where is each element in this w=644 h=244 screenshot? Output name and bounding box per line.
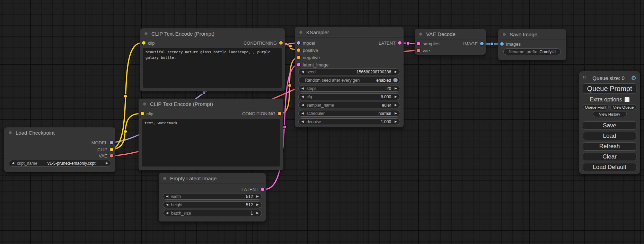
widget-right-arrow-icon[interactable]: ▶ xyxy=(395,70,397,73)
node-save-image[interactable]: Save Image images filename_prefix ComfyU… xyxy=(498,29,566,60)
widget-left-arrow-icon[interactable]: ◀ xyxy=(301,70,304,73)
input-slot-samples[interactable] xyxy=(417,42,420,45)
output-slot-latent[interactable] xyxy=(261,188,264,191)
queue-panel: ⠿ Queue size: 0 ⚙ Queue Prompt Extra opt… xyxy=(579,71,640,174)
widget-batch-size[interactable]: ◀ batch_size 1 ▶ xyxy=(163,210,262,216)
collapse-dot-icon[interactable] xyxy=(143,102,147,106)
widget-denoise[interactable]: ◀ denoise 1.000 ▶ xyxy=(298,118,400,125)
input-slot-negative[interactable] xyxy=(297,56,300,59)
widget-left-arrow-icon[interactable]: ◀ xyxy=(12,162,14,165)
widget-label: scheduler xyxy=(307,111,378,116)
view-queue-button[interactable]: View Queue xyxy=(610,104,636,110)
output-slot-clip[interactable] xyxy=(110,148,113,151)
load-button[interactable]: Load xyxy=(583,132,636,140)
wire-midpoint-dot xyxy=(406,42,410,45)
node-title-bar[interactable]: Save Image xyxy=(498,29,566,40)
node-title: Load Checkpoint xyxy=(16,130,55,136)
input-slot-model[interactable] xyxy=(297,41,300,45)
node-clip-text-encode-positive[interactable]: CLIP Text Encode (Prompt) clip CONDITION… xyxy=(140,28,285,91)
widget-right-arrow-icon[interactable]: ▶ xyxy=(256,195,259,198)
node-title-bar[interactable]: Load Checkpoint xyxy=(4,127,115,138)
widget-value: euler xyxy=(382,103,391,108)
collapse-dot-icon[interactable] xyxy=(144,32,148,36)
input-label-model: model xyxy=(303,40,315,46)
output-slot-conditioning[interactable] xyxy=(279,41,283,45)
node-empty-latent-image[interactable]: Empty Latent Image LATENT ◀ width 512 ▶ … xyxy=(159,173,266,222)
node-clip-text-encode-negative[interactable]: CLIP Text Encode (Prompt) clip CONDITION… xyxy=(139,99,283,170)
widget-left-arrow-icon[interactable]: ◀ xyxy=(301,120,304,123)
widget-filename-prefix[interactable]: filename_prefix ComfyUI xyxy=(503,48,561,55)
widget-right-arrow-icon[interactable]: ▶ xyxy=(395,95,397,98)
extra-options-checkbox[interactable] xyxy=(625,97,629,102)
output-slot-model[interactable] xyxy=(110,141,113,144)
widget-cfg[interactable]: ◀ cfg 8.000 ▶ xyxy=(298,93,400,100)
node-graph-canvas[interactable]: Load Checkpoint MODEL CLIP VAE ◀ ckpt_na… xyxy=(0,0,644,244)
drag-handle-icon[interactable]: ⠿ xyxy=(583,75,586,81)
widget-right-arrow-icon[interactable]: ▶ xyxy=(256,203,259,206)
node-title: Empty Latent Image xyxy=(170,175,217,181)
widget-right-arrow-icon[interactable]: ▶ xyxy=(395,103,397,107)
widget-seed[interactable]: ◀ seed 156680208700286 ▶ xyxy=(298,69,400,75)
toggle-enabled-icon[interactable] xyxy=(393,78,398,82)
widget-right-arrow-icon[interactable]: ▶ xyxy=(256,211,259,215)
widget-left-arrow-icon[interactable]: ◀ xyxy=(301,87,304,90)
node-title-bar[interactable]: Empty Latent Image xyxy=(159,173,266,184)
input-slot-latent-image[interactable] xyxy=(297,63,300,66)
output-slot-conditioning[interactable] xyxy=(278,112,281,115)
queue-prompt-button[interactable]: Queue Prompt xyxy=(583,83,636,94)
widget-scheduler[interactable]: ◀ scheduler normal ▶ xyxy=(298,110,400,117)
widget-value: 1 xyxy=(250,211,253,216)
node-vae-decode[interactable]: VAE Decode samples IMAGE vae xyxy=(415,29,486,55)
output-slot-latent[interactable] xyxy=(398,41,402,45)
widget-value: 512 xyxy=(246,202,253,207)
collapse-dot-icon[interactable] xyxy=(502,33,506,36)
input-slot-positive[interactable] xyxy=(297,48,300,52)
widget-right-arrow-icon[interactable]: ▶ xyxy=(395,120,397,123)
widget-width[interactable]: ◀ width 512 ▶ xyxy=(163,193,262,200)
collapse-dot-icon[interactable] xyxy=(419,32,423,36)
widget-ckpt-name[interactable]: ◀ ckpt_name v1-5-pruned-emaonly.ckpt ▶ xyxy=(9,160,111,166)
node-title-bar[interactable]: VAE Decode xyxy=(415,29,486,39)
queue-front-button[interactable]: Queue Front xyxy=(583,104,609,110)
widget-sampler-name[interactable]: ◀ sampler_name euler ▶ xyxy=(298,102,400,108)
widget-label: seed xyxy=(307,70,356,74)
output-slot-vae[interactable] xyxy=(110,154,113,157)
widget-random-seed-toggle[interactable]: Random seed after every gen enabled xyxy=(298,77,400,83)
node-ksampler[interactable]: KSampler model LATENT positive negative … xyxy=(295,27,404,127)
widget-left-arrow-icon[interactable]: ◀ xyxy=(301,112,304,115)
prompt-text-area[interactable]: text, watermark xyxy=(142,119,280,166)
widget-left-arrow-icon[interactable]: ◀ xyxy=(166,195,168,198)
refresh-button[interactable]: Refresh xyxy=(583,142,636,151)
node-title: VAE Decode xyxy=(426,31,456,37)
widget-left-arrow-icon[interactable]: ◀ xyxy=(301,103,304,107)
widget-left-arrow-icon[interactable]: ◀ xyxy=(166,203,168,206)
widget-right-arrow-icon[interactable]: ▶ xyxy=(395,112,397,115)
save-button[interactable]: Save xyxy=(583,121,636,130)
input-slot-images[interactable] xyxy=(500,42,504,46)
widget-steps[interactable]: ◀ steps 20 ▶ xyxy=(298,85,400,92)
widget-value: v1-5-pruned-emaonly.ckpt xyxy=(37,161,106,166)
collapse-dot-icon[interactable] xyxy=(299,30,303,34)
prompt-text-area[interactable]: beautiful scenery nature glass bottle la… xyxy=(143,48,282,88)
view-history-button[interactable]: View History xyxy=(593,111,627,117)
input-slot-clip[interactable] xyxy=(142,41,145,45)
widget-label: height xyxy=(171,202,246,207)
node-title-bar[interactable]: CLIP Text Encode (Prompt) xyxy=(140,28,285,39)
collapse-dot-icon[interactable] xyxy=(8,131,12,135)
gear-icon[interactable]: ⚙ xyxy=(631,74,636,82)
node-load-checkpoint[interactable]: Load Checkpoint MODEL CLIP VAE ◀ ckpt_na… xyxy=(4,127,115,172)
output-slot-image[interactable] xyxy=(480,42,484,45)
widget-right-arrow-icon[interactable]: ▶ xyxy=(106,162,108,165)
node-title-bar[interactable]: CLIP Text Encode (Prompt) xyxy=(139,99,283,109)
clear-button[interactable]: Clear xyxy=(583,153,636,161)
widget-label: sampler_name xyxy=(307,103,382,108)
node-title-bar[interactable]: KSampler xyxy=(295,27,404,38)
widget-left-arrow-icon[interactable]: ◀ xyxy=(301,95,304,98)
input-slot-clip[interactable] xyxy=(141,112,144,115)
widget-right-arrow-icon[interactable]: ▶ xyxy=(395,87,397,90)
input-slot-vae[interactable] xyxy=(417,49,420,52)
load-default-button[interactable]: Load Default xyxy=(583,163,636,171)
widget-left-arrow-icon[interactable]: ◀ xyxy=(166,211,168,215)
widget-height[interactable]: ◀ height 512 ▶ xyxy=(163,201,262,208)
collapse-dot-icon[interactable] xyxy=(163,177,167,180)
